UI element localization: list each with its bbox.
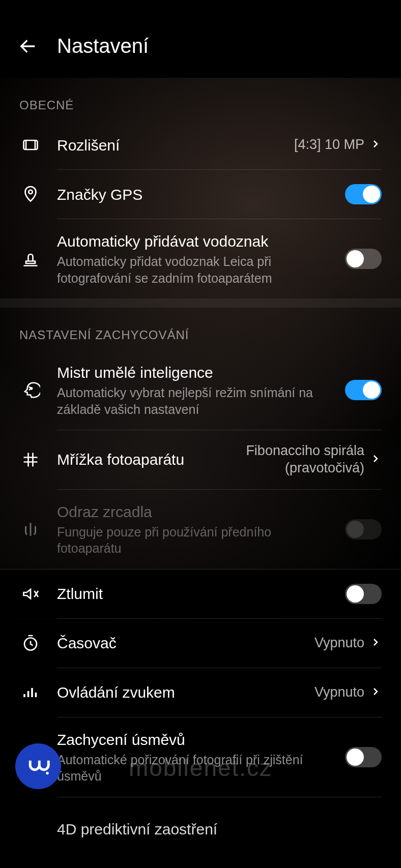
audio-bars-icon [19,683,42,702]
section-separator [0,298,401,308]
row-smile[interactable]: Zachycení úsměvů Automatické pořizování … [0,717,401,797]
section-header-general: OBECNÉ [0,78,401,121]
watermark-sub: Automaticky přidat vodoznak Leica při fo… [57,253,339,286]
resolution-label: Rozlišení [57,135,294,155]
mute-toggle[interactable] [345,584,382,604]
mirror-toggle [345,519,382,540]
row-timer[interactable]: Časovač Vypnuto [0,619,401,668]
smile-toggle[interactable] [345,747,382,767]
row-gps[interactable]: Značky GPS [0,170,401,219]
resolution-value: [4:3] 10 MP [294,136,364,154]
stamp-icon [19,250,42,268]
gps-toggle[interactable] [345,184,382,204]
section-header-capture: NASTAVENÍ ZACHYCOVÁNÍ [0,308,401,350]
svg-point-5 [46,772,48,774]
chevron-right-icon [369,138,382,152]
chevron-right-icon [369,453,382,467]
smile-label: Zachycení úsměvů [57,730,339,750]
audio-value: Vypnuto [314,684,364,701]
ai-label: Mistr umělé inteligence [57,363,339,382]
mirror-sub: Funguje pouze při používání předního fot… [57,524,339,557]
svg-point-1 [28,190,33,194]
row-predictive-focus[interactable]: 4D prediktivní zaostření [0,797,401,846]
timer-value: Vypnuto [314,635,364,652]
resolution-icon [19,136,42,154]
mute-icon [19,585,42,603]
row-mirror: Odraz zrcadla Funguje pouze při používán… [0,490,401,569]
chevron-right-icon [369,685,382,700]
logo-badge-icon [15,743,61,789]
back-arrow-icon[interactable] [17,36,39,57]
row-audio-control[interactable]: Ovládání zvukem Vypnuto [0,668,401,717]
predictive-label: 4D prediktivní zaostření [57,819,382,839]
chevron-right-icon [369,636,382,650]
mirror-icon [19,520,42,539]
timer-label: Časovač [57,633,314,653]
watermark-label: Automaticky přidávat vodoznak [57,231,339,251]
row-ai[interactable]: Mistr umělé inteligence Automaticky vybr… [0,350,401,430]
grid-label: Mřížka fotoaparátu [57,450,212,469]
gps-label: Značky GPS [57,185,339,204]
mute-label: Ztlumit [57,584,339,604]
grid-value: Fibonacciho spirála (pravotočivá) [212,442,364,477]
smile-sub: Automatické pořizování fotografií při zj… [57,752,339,785]
row-watermark[interactable]: Automaticky přidávat vodoznak Automatick… [0,219,401,298]
row-grid[interactable]: Mřížka fotoaparátu Fibonacciho spirála (… [0,430,401,489]
page-title: Nastavení [57,35,149,57]
ai-toggle[interactable] [345,380,382,400]
mirror-label: Odraz zrcadla [57,502,339,522]
ai-head-icon [19,380,42,400]
ai-sub: Automaticky vybrat nejlepší režim snímán… [57,384,339,417]
location-pin-icon [19,185,42,203]
row-mute[interactable]: Ztlumit [0,570,401,618]
row-resolution[interactable]: Rozlišení [4:3] 10 MP [0,121,401,169]
header-bar: Nastavení [0,0,401,78]
timer-icon [19,634,42,652]
watermark-toggle[interactable] [345,249,382,269]
grid-icon [19,451,42,469]
audio-label: Ovládání zvukem [57,682,314,702]
